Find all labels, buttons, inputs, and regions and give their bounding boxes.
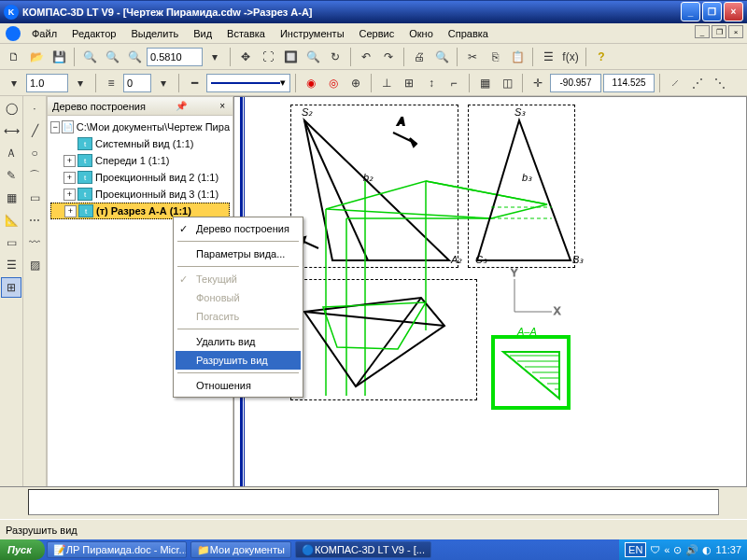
menu-window[interactable]: Окно: [402, 25, 441, 42]
misc1-icon[interactable]: ⟋: [665, 73, 685, 93]
tree-doc[interactable]: −📄 C:\Мои документы\Чертеж Пира: [50, 119, 230, 135]
drawing-canvas[interactable]: X Y А–А А А: [233, 96, 747, 519]
zoom-input[interactable]: [147, 48, 203, 66]
mdi-restore-button[interactable]: ❐: [712, 25, 726, 38]
views-icon[interactable]: ⊞: [1, 277, 21, 298]
menu-file[interactable]: Файл: [24, 25, 64, 42]
menu-edit[interactable]: Редактор: [64, 25, 123, 42]
line-icon[interactable]: ╱: [24, 120, 45, 141]
cm-tree[interactable]: ✓Дерево построения: [176, 219, 301, 238]
selected-view-box[interactable]: [491, 335, 571, 410]
tree-item-system[interactable]: t Системный вид (1:1): [50, 135, 230, 152]
clock[interactable]: 11:37: [715, 544, 741, 555]
measure-icon[interactable]: 📐: [1, 210, 21, 231]
variables-icon[interactable]: f(x): [560, 47, 581, 67]
arc-icon[interactable]: ⌒: [24, 165, 45, 186]
zoom-in-icon[interactable]: 🔍: [102, 47, 122, 67]
line-style-icon[interactable]: ━: [184, 73, 204, 93]
geometry-icon[interactable]: ◯: [1, 98, 21, 119]
ortho-icon[interactable]: ⊥: [376, 73, 397, 93]
circle-icon[interactable]: ○: [24, 143, 45, 163]
cut-icon[interactable]: ✂: [462, 47, 483, 67]
mdi-minimize-button[interactable]: _: [695, 25, 710, 38]
tray-icon5[interactable]: ◐: [702, 544, 712, 556]
scale-input[interactable]: [26, 74, 68, 92]
system-tray[interactable]: EN 🛡 « ⊙ 🔊 ◐ 11:37: [619, 539, 747, 560]
menu-view[interactable]: Вид: [186, 25, 219, 42]
properties-icon[interactable]: ☰: [538, 47, 558, 67]
pin-icon[interactable]: 📌: [173, 101, 190, 111]
layer-icon[interactable]: ≡: [101, 73, 121, 93]
spec-icon[interactable]: ☰: [1, 255, 21, 275]
hatch-icon[interactable]: ▨: [24, 255, 45, 275]
param2-icon[interactable]: ▦: [1, 188, 21, 208]
redo-icon[interactable]: ↷: [378, 47, 399, 67]
save-icon[interactable]: 💾: [49, 47, 69, 67]
lang-indicator[interactable]: EN: [625, 542, 646, 557]
scale-dd-icon[interactable]: ▾: [70, 73, 91, 93]
undo-icon[interactable]: ↶: [356, 47, 376, 67]
snap-mid-icon[interactable]: ◎: [323, 73, 344, 93]
minimize-button[interactable]: _: [681, 2, 700, 21]
copy-icon[interactable]: ⎘: [485, 47, 505, 67]
dimension-icon[interactable]: ⟷: [1, 120, 21, 141]
zoom-region-icon[interactable]: 🔲: [280, 47, 301, 67]
menu-insert[interactable]: Вставка: [219, 25, 273, 42]
task-mydocs[interactable]: 📁 Мои документы: [190, 541, 291, 558]
snap-end-icon[interactable]: ◉: [301, 73, 321, 93]
zoom-prev-icon[interactable]: 🔍: [303, 47, 323, 67]
open-icon[interactable]: 📂: [26, 47, 47, 67]
spline-icon[interactable]: 〰: [24, 232, 45, 253]
close-button[interactable]: ×: [724, 2, 743, 21]
pan-icon[interactable]: ✥: [235, 47, 256, 67]
task-word[interactable]: 📝 ЛР Пирамида.doc - Micr...: [47, 541, 187, 558]
tree-close-icon[interactable]: ×: [217, 101, 228, 111]
maximize-button[interactable]: ❐: [702, 2, 722, 21]
task-kompas[interactable]: 🔵 КОМПАС-3D LT V9 - [...: [295, 541, 431, 558]
mdi-close-button[interactable]: ×: [728, 25, 743, 38]
new-icon[interactable]: 🗋: [4, 47, 24, 67]
lcs-icon[interactable]: ⌐: [444, 73, 464, 93]
layer-input[interactable]: [123, 74, 151, 92]
misc3-icon[interactable]: ⋱: [710, 73, 730, 93]
cm-params[interactable]: Параметры вида...: [176, 245, 301, 263]
state-icon[interactable]: ▾: [4, 73, 24, 93]
grid-icon[interactable]: ⊞: [399, 73, 419, 93]
tree-item-proj2[interactable]: +t Проекционный вид 2 (1:1): [50, 169, 230, 186]
edit-icon[interactable]: ✎: [1, 165, 21, 186]
preview-icon[interactable]: 🔍: [431, 47, 452, 67]
coords-icon[interactable]: ✛: [528, 73, 548, 93]
rect-icon[interactable]: ▭: [24, 188, 45, 208]
tray-icon3[interactable]: ⊙: [673, 544, 682, 556]
point-icon[interactable]: ·: [24, 98, 45, 119]
zoom-window-icon[interactable]: 🔍: [79, 47, 100, 67]
tray-icon4[interactable]: 🔊: [685, 544, 698, 556]
tray-icon[interactable]: 🛡: [650, 544, 660, 555]
menu-help[interactable]: Справка: [441, 25, 496, 42]
print-icon[interactable]: 🖨: [409, 47, 430, 67]
cm-hide[interactable]: Погасить: [176, 307, 301, 326]
snap-toggle-icon[interactable]: ⊕: [345, 73, 366, 93]
cm-bg[interactable]: Фоновый: [176, 288, 301, 307]
notation-icon[interactable]: Ａ: [1, 143, 21, 163]
menu-service[interactable]: Сервис: [352, 25, 402, 42]
help-icon[interactable]: ?: [591, 47, 612, 67]
redraw-icon[interactable]: ↻: [325, 47, 345, 67]
layer-dd-icon[interactable]: ▾: [153, 73, 174, 93]
tree-item-front[interactable]: +t Спереди 1 (1:1): [50, 152, 230, 169]
assoc-icon[interactable]: ◫: [497, 73, 517, 93]
menu-tools[interactable]: Инструменты: [273, 25, 352, 42]
menu-select[interactable]: Выделить: [123, 25, 186, 42]
aux-icon[interactable]: ⋯: [24, 210, 45, 231]
cm-destroy[interactable]: Разрушить вид: [176, 351, 301, 370]
round-icon[interactable]: ↕: [421, 73, 442, 93]
select2-icon[interactable]: ▭: [1, 232, 21, 253]
cm-delete[interactable]: Удалить вид: [176, 332, 301, 351]
param-icon[interactable]: ▦: [474, 73, 495, 93]
linestyle-select[interactable]: ▾: [206, 74, 290, 92]
dropdown-icon[interactable]: ▾: [204, 47, 225, 67]
misc2-icon[interactable]: ⋰: [687, 73, 708, 93]
tray-icon2[interactable]: «: [664, 544, 669, 555]
fit-icon[interactable]: ⛶: [258, 47, 278, 67]
start-button[interactable]: Пуск: [0, 539, 45, 560]
